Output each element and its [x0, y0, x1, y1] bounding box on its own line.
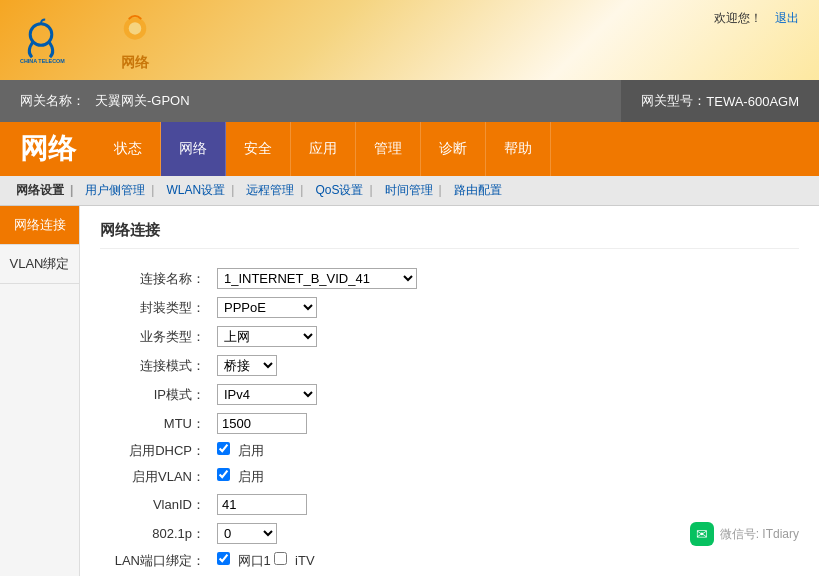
vlan-id-row: VlanID：	[100, 490, 527, 519]
mtu-label: MTU：	[100, 409, 211, 438]
connection-name-label: 连接名称：	[100, 264, 211, 293]
service-type-cell: 上网 IPTV VOIP	[211, 322, 527, 351]
content-area: 网络连接 VLAN绑定 网络连接 连接名称： 1_INTERNET_B_VID_…	[0, 206, 819, 576]
lan-port-label: LAN端口绑定：	[100, 548, 211, 574]
connection-mode-row: 连接模式： 桥接 路由	[100, 351, 527, 380]
encap-type-label: 封装类型：	[100, 293, 211, 322]
service-type-row: 业务类型： 上网 IPTV VOIP	[100, 322, 527, 351]
encap-type-select[interactable]: PPPoE IPoE Bridge	[217, 297, 317, 318]
enable-dhcp-checkbox[interactable]	[217, 442, 230, 455]
header-top-right: 欢迎您！ 退出	[714, 10, 799, 27]
subnav-user-management[interactable]: 用户侧管理	[79, 180, 160, 201]
sidebar: 网络连接 VLAN绑定	[0, 206, 80, 576]
subnav-route-config[interactable]: 路由配置	[448, 180, 508, 201]
nav-item-diagnosis[interactable]: 诊断	[421, 122, 486, 176]
enable-vlan-checkbox[interactable]	[217, 468, 230, 481]
lan-port-cell: 网口1 iTV	[211, 548, 527, 574]
gateway-info-bar: 网关名称： 天翼网关-GPON 网关型号： TEWA-600AGM	[0, 80, 819, 122]
mtu-cell	[211, 409, 527, 438]
tianyi-icon	[110, 9, 160, 54]
connection-mode-label: 连接模式：	[100, 351, 211, 380]
sidebar-item-network-connection[interactable]: 网络连接	[0, 206, 79, 245]
lan-port-checkbox-1[interactable]	[217, 552, 230, 565]
subnav-qos-settings[interactable]: QoS设置	[309, 180, 378, 201]
dot1p-label: 802.1p：	[100, 519, 211, 548]
ip-mode-row: IP模式： IPv4 IPv6 IPv4/IPv6	[100, 380, 527, 409]
vlan-id-cell	[211, 490, 527, 519]
gateway-type-label: 网关型号：	[641, 92, 706, 110]
lan-port-checkbox-itv[interactable]	[274, 552, 287, 565]
enable-vlan-row: 启用VLAN： 启用	[100, 464, 527, 490]
lan-port-label-itv: iTV	[295, 553, 315, 568]
connection-name-row: 连接名称： 1_INTERNET_B_VID_41	[100, 264, 527, 293]
enable-dhcp-label: 启用DHCP：	[100, 438, 211, 464]
enable-vlan-cell: 启用	[211, 464, 527, 490]
ct-logo-icon: CHINA TELECOM	[20, 13, 80, 68]
dot1p-row: 802.1p： 0 1 2 3 4 5 6 7	[100, 519, 527, 548]
connection-mode-cell: 桥接 路由	[211, 351, 527, 380]
vlan-id-label: VlanID：	[100, 490, 211, 519]
service-type-label: 业务类型：	[100, 322, 211, 351]
gateway-info: 网关名称： 天翼网关-GPON	[0, 80, 621, 122]
main-content: 网络连接 连接名称： 1_INTERNET_B_VID_41 封装类型： PPP…	[80, 206, 819, 576]
gateway-type: 网关型号： TEWA-600AGM	[621, 80, 819, 122]
ip-mode-cell: IPv4 IPv6 IPv4/IPv6	[211, 380, 527, 409]
sidebar-item-vlan-binding[interactable]: VLAN绑定	[0, 245, 79, 284]
network-form: 连接名称： 1_INTERNET_B_VID_41 封装类型： PPPoE IP…	[100, 264, 527, 576]
vlan-id-input[interactable]	[217, 494, 307, 515]
gateway-name-value: 天翼网关-GPON	[95, 92, 190, 110]
ip-mode-select[interactable]: IPv4 IPv6 IPv4/IPv6	[217, 384, 317, 405]
dot1p-cell: 0 1 2 3 4 5 6 7	[211, 519, 527, 548]
header: CHINA TELECOM 网络 欢迎您！ 退出	[0, 0, 819, 80]
section-title: 网络	[0, 122, 96, 176]
ip-mode-label: IP模式：	[100, 380, 211, 409]
dot1p-select[interactable]: 0 1 2 3 4 5 6 7	[217, 523, 277, 544]
welcome-text: 欢迎您！	[714, 11, 762, 25]
mtu-row: MTU：	[100, 409, 527, 438]
tianyi-brand-text: 网络	[121, 54, 149, 72]
gateway-type-value: TEWA-600AGM	[706, 94, 799, 109]
nav-item-security[interactable]: 安全	[226, 122, 291, 176]
connection-name-select[interactable]: 1_INTERNET_B_VID_41	[217, 268, 417, 289]
enable-vlan-text: 启用	[238, 469, 264, 484]
subnav-time-management[interactable]: 时间管理	[379, 180, 448, 201]
lan-port-row: LAN端口绑定： 网口1 iTV	[100, 548, 527, 574]
enable-dhcp-row: 启用DHCP： 启用	[100, 438, 527, 464]
service-type-select[interactable]: 上网 IPTV VOIP	[217, 326, 317, 347]
encap-type-cell: PPPoE IPoE Bridge	[211, 293, 527, 322]
nav-item-help[interactable]: 帮助	[486, 122, 551, 176]
mtu-input[interactable]	[217, 413, 307, 434]
nav-item-status[interactable]: 状态	[96, 122, 161, 176]
gateway-name-label: 网关名称：	[20, 92, 85, 110]
encap-type-row: 封装类型： PPPoE IPoE Bridge	[100, 293, 527, 322]
watermark-text: 微信号: ITdiary	[720, 526, 799, 543]
logout-link[interactable]: 退出	[775, 11, 799, 25]
svg-point-3	[129, 22, 142, 35]
tianyi-logo: 网络	[110, 9, 160, 72]
main-nav: 状态 网络 安全 应用 管理 诊断 帮助	[96, 122, 819, 176]
wechat-icon: ✉	[690, 522, 714, 546]
connection-name-cell: 1_INTERNET_B_VID_41	[211, 264, 527, 293]
china-telecom-logo: CHINA TELECOM	[20, 13, 80, 68]
nav-item-management[interactable]: 管理	[356, 122, 421, 176]
lan-port-label-1: 网口1	[238, 553, 271, 568]
subnav-network-settings[interactable]: 网络设置	[10, 180, 79, 201]
enable-dhcp-cell: 启用	[211, 438, 527, 464]
nav-item-network[interactable]: 网络	[161, 122, 226, 176]
page-title: 网络连接	[100, 221, 799, 249]
enable-dhcp-text: 启用	[238, 443, 264, 458]
subnav-remote-management[interactable]: 远程管理	[240, 180, 309, 201]
watermark: ✉ 微信号: ITdiary	[690, 522, 799, 546]
subnav-wlan-settings[interactable]: WLAN设置	[160, 180, 240, 201]
sub-nav: 网络设置 用户侧管理 WLAN设置 远程管理 QoS设置 时间管理 路由配置	[0, 176, 819, 206]
nav-item-apps[interactable]: 应用	[291, 122, 356, 176]
enable-vlan-label: 启用VLAN：	[100, 464, 211, 490]
svg-text:CHINA TELECOM: CHINA TELECOM	[20, 58, 65, 64]
section-header: 网络 状态 网络 安全 应用 管理 诊断 帮助	[0, 122, 819, 176]
connection-mode-select[interactable]: 桥接 路由	[217, 355, 277, 376]
